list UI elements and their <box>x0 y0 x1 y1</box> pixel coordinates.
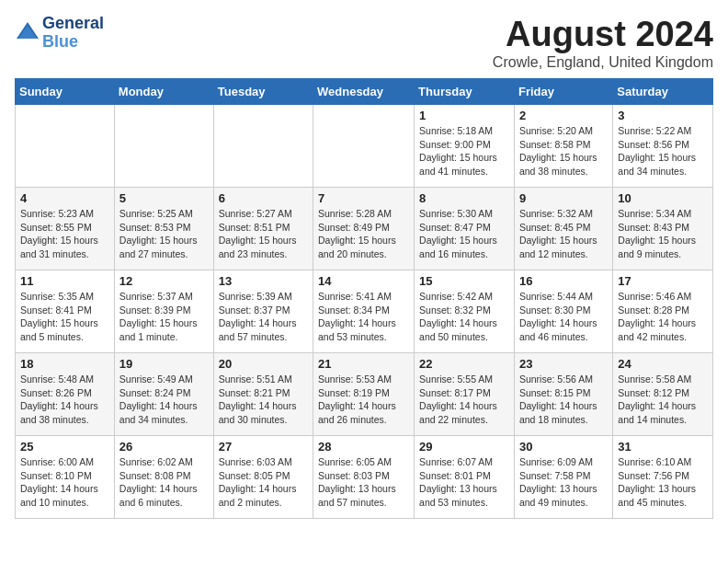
day-number: 14 <box>318 274 409 288</box>
calendar-day-4: 4Sunrise: 5:23 AMSunset: 8:55 PMDaylight… <box>16 188 115 270</box>
day-number: 30 <box>519 440 608 454</box>
day-number: 29 <box>419 440 509 454</box>
calendar-day-11: 11Sunrise: 5:35 AMSunset: 8:41 PMDayligh… <box>16 270 115 353</box>
calendar-day-8: 8Sunrise: 5:30 AMSunset: 8:47 PMDaylight… <box>415 188 515 270</box>
day-number: 4 <box>20 191 109 205</box>
day-detail: Sunrise: 5:48 AMSunset: 8:26 PMDaylight:… <box>20 373 109 427</box>
calendar-day-15: 15Sunrise: 5:42 AMSunset: 8:32 PMDayligh… <box>415 270 515 353</box>
day-detail: Sunrise: 5:56 AMSunset: 8:15 PMDaylight:… <box>519 373 608 427</box>
day-detail: Sunrise: 5:51 AMSunset: 8:21 PMDaylight:… <box>219 373 308 427</box>
calendar-day-empty <box>16 105 115 188</box>
calendar-day-19: 19Sunrise: 5:49 AMSunset: 8:24 PMDayligh… <box>114 353 213 436</box>
page-header: General Blue August 2024 Crowle, England… <box>15 15 713 71</box>
day-detail: Sunrise: 5:34 AMSunset: 8:43 PMDaylight:… <box>618 207 708 261</box>
calendar-day-3: 3Sunrise: 5:22 AMSunset: 8:56 PMDaylight… <box>613 105 713 188</box>
day-detail: Sunrise: 5:44 AMSunset: 8:30 PMDaylight:… <box>519 290 608 344</box>
calendar-day-5: 5Sunrise: 5:25 AMSunset: 8:53 PMDaylight… <box>114 188 213 270</box>
day-detail: Sunrise: 5:35 AMSunset: 8:41 PMDaylight:… <box>20 290 109 344</box>
calendar-day-16: 16Sunrise: 5:44 AMSunset: 8:30 PMDayligh… <box>514 270 612 353</box>
day-number: 23 <box>519 357 608 371</box>
day-detail: Sunrise: 5:27 AMSunset: 8:51 PMDaylight:… <box>219 207 308 261</box>
calendar-day-empty <box>114 105 213 188</box>
calendar-day-12: 12Sunrise: 5:37 AMSunset: 8:39 PMDayligh… <box>114 270 213 353</box>
calendar-day-31: 31Sunrise: 6:10 AMSunset: 7:56 PMDayligh… <box>613 436 713 519</box>
weekday-header-sunday: Sunday <box>16 79 115 105</box>
day-number: 31 <box>618 440 708 454</box>
day-detail: Sunrise: 5:46 AMSunset: 8:28 PMDaylight:… <box>618 290 708 344</box>
day-detail: Sunrise: 5:25 AMSunset: 8:53 PMDaylight:… <box>119 207 209 261</box>
day-number: 17 <box>618 274 708 288</box>
calendar-day-empty <box>313 105 415 188</box>
day-number: 1 <box>419 109 509 122</box>
calendar-day-26: 26Sunrise: 6:02 AMSunset: 8:08 PMDayligh… <box>114 436 213 519</box>
weekday-header-wednesday: Wednesday <box>313 79 415 105</box>
calendar-week-row: 11Sunrise: 5:35 AMSunset: 8:41 PMDayligh… <box>16 270 713 353</box>
calendar-day-6: 6Sunrise: 5:27 AMSunset: 8:51 PMDaylight… <box>213 188 313 270</box>
calendar-day-7: 7Sunrise: 5:28 AMSunset: 8:49 PMDaylight… <box>313 188 415 270</box>
day-detail: Sunrise: 5:22 AMSunset: 8:56 PMDaylight:… <box>618 124 708 178</box>
day-number: 22 <box>419 357 509 371</box>
day-detail: Sunrise: 6:03 AMSunset: 8:05 PMDaylight:… <box>219 455 308 510</box>
day-detail: Sunrise: 5:41 AMSunset: 8:34 PMDaylight:… <box>318 290 409 344</box>
calendar-day-23: 23Sunrise: 5:56 AMSunset: 8:15 PMDayligh… <box>514 353 612 436</box>
calendar-body: 1Sunrise: 5:18 AMSunset: 9:00 PMDaylight… <box>16 105 713 519</box>
weekday-header-saturday: Saturday <box>613 79 713 105</box>
logo-text-general: General <box>42 15 104 33</box>
day-number: 9 <box>519 191 608 205</box>
day-number: 2 <box>519 109 608 122</box>
month-title: August 2024 <box>493 15 713 54</box>
weekday-header-row: SundayMondayTuesdayWednesdayThursdayFrid… <box>16 79 713 105</box>
day-number: 25 <box>20 440 109 454</box>
calendar-day-21: 21Sunrise: 5:53 AMSunset: 8:19 PMDayligh… <box>313 353 415 436</box>
day-number: 24 <box>618 357 708 371</box>
logo-icon <box>15 20 40 46</box>
calendar-week-row: 25Sunrise: 6:00 AMSunset: 8:10 PMDayligh… <box>16 436 713 519</box>
day-number: 26 <box>119 440 209 454</box>
weekday-header-tuesday: Tuesday <box>213 79 313 105</box>
calendar-day-27: 27Sunrise: 6:03 AMSunset: 8:05 PMDayligh… <box>213 436 313 519</box>
calendar-day-25: 25Sunrise: 6:00 AMSunset: 8:10 PMDayligh… <box>16 436 115 519</box>
day-detail: Sunrise: 5:39 AMSunset: 8:37 PMDaylight:… <box>219 290 308 344</box>
day-detail: Sunrise: 6:07 AMSunset: 8:01 PMDaylight:… <box>419 455 509 510</box>
day-number: 19 <box>119 357 209 371</box>
day-number: 21 <box>318 357 409 371</box>
location-subtitle: Crowle, England, United Kingdom <box>493 54 713 71</box>
day-detail: Sunrise: 6:02 AMSunset: 8:08 PMDaylight:… <box>119 455 209 510</box>
calendar-day-empty <box>213 105 313 188</box>
day-number: 28 <box>318 440 409 454</box>
day-number: 13 <box>219 274 308 288</box>
logo: General Blue <box>15 15 104 52</box>
day-detail: Sunrise: 5:32 AMSunset: 8:45 PMDaylight:… <box>519 207 608 261</box>
calendar-day-18: 18Sunrise: 5:48 AMSunset: 8:26 PMDayligh… <box>16 353 115 436</box>
calendar-day-1: 1Sunrise: 5:18 AMSunset: 9:00 PMDaylight… <box>415 105 515 188</box>
day-detail: Sunrise: 5:30 AMSunset: 8:47 PMDaylight:… <box>419 207 509 261</box>
day-number: 3 <box>618 109 708 122</box>
day-number: 11 <box>20 274 109 288</box>
day-detail: Sunrise: 6:10 AMSunset: 7:56 PMDaylight:… <box>618 455 708 510</box>
day-detail: Sunrise: 5:23 AMSunset: 8:55 PMDaylight:… <box>20 207 109 261</box>
calendar-header: SundayMondayTuesdayWednesdayThursdayFrid… <box>16 79 713 105</box>
weekday-header-monday: Monday <box>114 79 213 105</box>
calendar-table: SundayMondayTuesdayWednesdayThursdayFrid… <box>15 78 713 519</box>
day-detail: Sunrise: 5:28 AMSunset: 8:49 PMDaylight:… <box>318 207 409 261</box>
day-number: 10 <box>618 191 708 205</box>
day-detail: Sunrise: 6:00 AMSunset: 8:10 PMDaylight:… <box>20 455 109 510</box>
day-detail: Sunrise: 5:18 AMSunset: 9:00 PMDaylight:… <box>419 124 509 178</box>
day-number: 6 <box>219 191 308 205</box>
calendar-week-row: 1Sunrise: 5:18 AMSunset: 9:00 PMDaylight… <box>16 105 713 188</box>
calendar-day-10: 10Sunrise: 5:34 AMSunset: 8:43 PMDayligh… <box>613 188 713 270</box>
day-number: 15 <box>419 274 509 288</box>
calendar-day-28: 28Sunrise: 6:05 AMSunset: 8:03 PMDayligh… <box>313 436 415 519</box>
day-number: 12 <box>119 274 209 288</box>
day-number: 5 <box>119 191 209 205</box>
day-detail: Sunrise: 5:53 AMSunset: 8:19 PMDaylight:… <box>318 373 409 427</box>
logo-text-blue: Blue <box>42 33 104 52</box>
calendar-day-9: 9Sunrise: 5:32 AMSunset: 8:45 PMDaylight… <box>514 188 612 270</box>
day-number: 20 <box>219 357 308 371</box>
day-detail: Sunrise: 6:09 AMSunset: 7:58 PMDaylight:… <box>519 455 608 510</box>
day-detail: Sunrise: 5:42 AMSunset: 8:32 PMDaylight:… <box>419 290 509 344</box>
calendar-day-20: 20Sunrise: 5:51 AMSunset: 8:21 PMDayligh… <box>213 353 313 436</box>
calendar-day-22: 22Sunrise: 5:55 AMSunset: 8:17 PMDayligh… <box>415 353 515 436</box>
weekday-header-thursday: Thursday <box>415 79 515 105</box>
day-number: 27 <box>219 440 308 454</box>
